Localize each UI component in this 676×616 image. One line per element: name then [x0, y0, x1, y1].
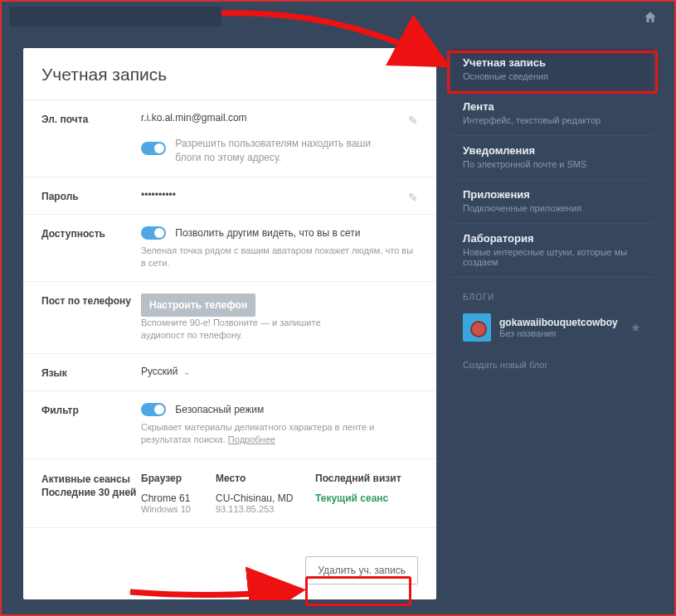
home-icon[interactable]	[643, 10, 658, 29]
row-language: Язык Русский ⌄	[23, 354, 436, 391]
blogs-section-label: БЛОГИ	[451, 278, 653, 308]
session-ip: 93.113.85.253	[216, 504, 315, 514]
page-title: Учетная запись	[41, 65, 418, 85]
availability-toggle-text: Позволить другим видеть, что вы в сети	[175, 227, 360, 239]
nav-title: Уведомления	[463, 144, 641, 157]
availability-toggle[interactable]	[141, 226, 166, 240]
col-location: Место	[216, 473, 315, 484]
availability-hint: Зеленая точка рядом с вашим аватаром пок…	[141, 245, 418, 270]
row-sessions: Активные сеансы Последние 30 дней Браузе…	[23, 459, 436, 528]
filter-toggle-text: Безопасный режим	[175, 404, 264, 415]
nav-title: Лента	[463, 100, 641, 113]
sessions-label: Активные сеансы Последние 30 дней	[41, 473, 141, 514]
session-browser: Chrome 61	[141, 492, 216, 504]
blog-avatar	[463, 313, 491, 342]
nav-apps[interactable]: Приложения Подключенные приложения	[451, 180, 653, 224]
row-password: Пароль •••••••••• ✎	[23, 177, 436, 215]
password-label: Пароль	[41, 189, 141, 202]
session-os: Windows 10	[141, 504, 216, 514]
nav-sub: Новые интересные штуки, которые мы созда…	[463, 247, 641, 267]
email-toggle-text: Разрешить пользователям находить ваши бл…	[175, 137, 391, 165]
edit-icon[interactable]: ✎	[408, 191, 418, 204]
nav-sub: По электронной почте и SMS	[463, 159, 641, 169]
session-row: Chrome 61 Windows 10 CU-Chisinau, MD 93.…	[141, 492, 418, 514]
filter-label: Фильтр	[41, 403, 141, 447]
nav-title: Приложения	[463, 188, 641, 201]
settings-sidebar: Учетная запись Основные сведения Лента И…	[451, 48, 653, 596]
blog-item[interactable]: gokawaiibouquetcowboy Без названия ★	[451, 308, 653, 350]
row-availability: Доступность Позволить другим видеть, что…	[23, 215, 436, 283]
nav-title: Учетная запись	[463, 56, 641, 69]
nav-labs[interactable]: Лаборатория Новые интересные штуки, кото…	[451, 224, 653, 278]
language-select[interactable]: Русский ⌄	[141, 366, 190, 377]
nav-feed[interactable]: Лента Интерфейс, текстовый редактор	[451, 92, 653, 136]
session-location: CU-Chisinau, MD	[216, 492, 315, 504]
blog-sub: Без названия	[499, 328, 622, 338]
blog-name: gokawaiibouquetcowboy	[499, 317, 622, 328]
nav-sub: Интерфейс, текстовый редактор	[463, 115, 641, 125]
phone-label: Пост по телефону	[41, 293, 141, 342]
password-value: ••••••••••	[141, 189, 418, 201]
delete-account-button[interactable]: Удалить уч. запись	[305, 556, 418, 584]
col-last: Последний визит	[315, 473, 418, 484]
row-filter: Фильтр Безопасный режим Скрывает материа…	[23, 391, 436, 459]
col-browser: Браузер	[141, 473, 216, 484]
availability-label: Доступность	[41, 226, 141, 270]
session-last: Текущий сеанс	[315, 492, 418, 514]
row-phone: Пост по телефону Настроить телефон Вспом…	[23, 282, 436, 354]
nav-account[interactable]: Учетная запись Основные сведения	[451, 48, 653, 92]
phone-hint: Вспомните 90-е! Позвоните — и запишите а…	[141, 317, 332, 342]
row-email: Эл. почта r.i.ko.al.min@gmail.com ✎ Разр…	[23, 100, 436, 177]
nav-sub: Подключенные приложения	[463, 203, 641, 213]
filter-hint: Скрывает материалы деликатного характера…	[141, 421, 418, 447]
create-blog-link[interactable]: Создать новый блог	[451, 350, 653, 380]
setup-phone-button[interactable]: Настроить телефон	[141, 293, 255, 317]
safe-mode-toggle[interactable]	[141, 403, 166, 416]
settings-card: Учетная запись Эл. почта r.i.ko.al.min@g…	[23, 48, 436, 599]
nav-title: Лаборатория	[463, 232, 641, 245]
chevron-down-icon: ⌄	[183, 367, 190, 376]
topbar-left-region	[10, 7, 221, 27]
email-discover-toggle[interactable]	[141, 142, 166, 155]
language-label: Язык	[41, 366, 141, 379]
edit-icon[interactable]: ✎	[408, 114, 418, 127]
filter-more-link[interactable]: Подробнее	[228, 434, 275, 444]
nav-sub: Основные сведения	[463, 71, 641, 81]
star-icon[interactable]: ★	[630, 321, 641, 334]
language-value: Русский	[141, 366, 178, 377]
email-value: r.i.ko.al.min@gmail.com	[141, 112, 418, 124]
email-label: Эл. почта	[41, 112, 141, 165]
nav-notifications[interactable]: Уведомления По электронной почте и SMS	[451, 136, 653, 180]
